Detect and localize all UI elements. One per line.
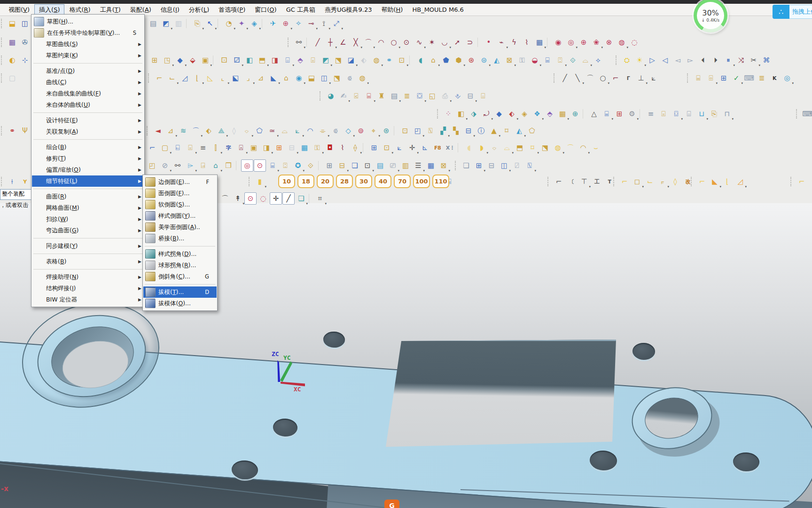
toolbar-icon[interactable]: ⤨ — [735, 54, 747, 66]
toolbar-icon[interactable]: ⊓▾ — [721, 108, 733, 120]
standard-value-button[interactable]: 10 — [278, 175, 295, 188]
toolbar-grip[interactable] — [288, 38, 290, 47]
toolbar-icon[interactable]: ✂▾ — [748, 54, 760, 66]
toolbar-icon[interactable]: ◫▾ — [498, 159, 510, 172]
toolbar-icon[interactable]: ✛ — [270, 192, 282, 205]
toolbar-icon[interactable]: ⌒ — [219, 192, 231, 205]
toolbar-icon[interactable]: ✛▾ — [406, 142, 418, 154]
toolbar-icon[interactable]: ⌻ — [657, 108, 670, 120]
toolbar-icon[interactable]: ▦▾ — [533, 36, 546, 48]
dropdown-caret-icon[interactable]: ▾ — [360, 151, 362, 155]
toolbar-icon[interactable]: ⊕▾ — [280, 17, 292, 30]
toolbar-icon[interactable]: • — [483, 36, 495, 48]
toolbar-icon[interactable]: ◈▾ — [248, 17, 260, 30]
toolbar-grip[interactable] — [320, 91, 322, 101]
toolbar-grip[interactable] — [691, 177, 694, 186]
menubar-item[interactable]: 分析(L) — [184, 4, 214, 16]
standard-value-button[interactable]: 18 — [297, 175, 314, 188]
toolbar-icon[interactable]: ⍁ — [511, 159, 523, 172]
menubar-item[interactable]: HB_MOULD M6.6 — [407, 5, 468, 15]
toolbar-icon[interactable]: ⌐ — [553, 175, 565, 188]
dropdown-caret-icon[interactable]: ▾ — [792, 82, 794, 85]
toolbar-icon[interactable]: ⟀▾ — [291, 125, 304, 137]
toolbar-icon[interactable]: ⊡▾ — [361, 159, 374, 172]
toolbar-icon[interactable]: ⬒ — [514, 142, 526, 154]
toolbar-icon[interactable]: ⬓ — [6, 17, 18, 30]
toolbar-grip[interactable] — [796, 109, 799, 119]
toolbar-icon[interactable]: ⬖▾ — [506, 108, 518, 120]
toolbar-icon[interactable]: ☰▾ — [412, 159, 424, 172]
toolbar-icon[interactable]: ⌐ — [696, 175, 708, 188]
toolbar-icon[interactable]: ⌂ — [280, 72, 292, 84]
standard-value-button[interactable]: 28 — [336, 175, 353, 188]
toolbar-icon[interactable]: Γ — [622, 72, 634, 84]
submenu-item[interactable]: 球形拐角(R)... — [143, 260, 217, 271]
toolbar-icon[interactable]: ⌘ — [760, 54, 773, 66]
toolbar-icon[interactable]: ⌑▾ — [526, 142, 539, 154]
toolbar-icon[interactable]: ▥ — [399, 159, 412, 172]
toolbar-grip[interactable] — [148, 73, 151, 83]
toolbar-icon[interactable]: ◣▾ — [267, 72, 280, 84]
toolbar-icon[interactable]: ≣ — [401, 90, 413, 102]
submenu-item[interactable]: 拔模(T)...D — [143, 286, 217, 298]
toolbar-icon[interactable]: ◠ — [375, 36, 387, 48]
toolbar-grip[interactable] — [1, 19, 4, 28]
toolbar-icon[interactable]: ⊡ — [399, 125, 411, 137]
toolbar-grip[interactable] — [1, 177, 4, 186]
dropdown-caret-icon[interactable]: ▾ — [341, 27, 343, 31]
toolbar-grip[interactable] — [790, 177, 793, 186]
toolbar-grip[interactable] — [554, 73, 556, 83]
toolbar-icon[interactable]: ⟐ — [304, 159, 317, 172]
toolbar-icon[interactable]: ◠▾ — [577, 142, 589, 154]
insert-menu-item[interactable]: 关联复制(A)▶ — [32, 126, 144, 137]
toolbar-icon[interactable]: ⬘ — [294, 54, 306, 66]
toolbar-grip[interactable] — [1, 38, 4, 47]
insert-menu-item[interactable]: 来自曲线集的曲线(F)▶ — [32, 88, 144, 99]
toolbar-icon[interactable]: ⬕ — [229, 72, 242, 84]
toolbar-icon[interactable]: ◍▾ — [356, 72, 368, 84]
toolbar-icon[interactable]: ⌒ — [564, 142, 577, 154]
toolbar-icon[interactable]: ◁ — [659, 54, 671, 66]
toolbar-icon[interactable]: ◍▾ — [370, 54, 383, 66]
toolbar-icon[interactable]: ⊃ — [464, 36, 476, 48]
dropdown-caret-icon[interactable]: ▾ — [304, 46, 305, 49]
toolbar-icon[interactable]: ⌸ — [692, 72, 704, 84]
toolbar-icon[interactable]: ⚭ — [383, 54, 395, 66]
toolbar-icon[interactable]: ⊟▾ — [286, 142, 298, 154]
dropdown-caret-icon[interactable]: ▾ — [534, 169, 536, 173]
toolbar-icon[interactable]: ◘ — [324, 142, 336, 154]
toolbar-icon[interactable]: ⊟ — [485, 159, 498, 172]
menubar-item[interactable]: 格式(R) — [64, 4, 95, 16]
submenu-item[interactable]: 桥接(B)... — [143, 233, 217, 244]
toolbar-icon[interactable]: ⟊ — [6, 175, 18, 188]
toolbar-icon[interactable]: ⊠▾ — [437, 159, 450, 172]
menubar-item[interactable]: GC 工具箱 — [281, 4, 320, 16]
toolbar-icon[interactable]: ⊕ — [578, 36, 590, 48]
toolbar-icon[interactable]: ⌨ — [743, 72, 755, 84]
toolbar-icon[interactable]: ⍈ — [197, 159, 209, 172]
toolbar-icon[interactable]: ⫿▾ — [210, 142, 222, 154]
toolbar-icon[interactable]: ⌹▾ — [705, 72, 717, 84]
toolbar-icon[interactable]: ◔▾ — [223, 17, 235, 30]
dropdown-caret-icon[interactable]: ▾ — [637, 118, 639, 121]
toolbar-icon[interactable]: ⊞ — [368, 142, 380, 154]
upload-button[interactable]: ∴ 拖拽上传 — [773, 5, 812, 19]
toolbar-icon[interactable]: ✦▾ — [235, 17, 248, 30]
toolbar-icon[interactable]: ◍▾ — [616, 36, 628, 48]
toolbar-icon[interactable]: ⚭ — [6, 125, 18, 137]
toolbar-icon[interactable]: ▦ — [298, 142, 311, 154]
toolbar-icon[interactable]: ✓▾ — [730, 72, 742, 84]
toolbar-icon[interactable]: ⌻▾ — [184, 142, 196, 154]
dropdown-caret-icon[interactable]: ▾ — [215, 27, 217, 31]
toolbar-icon[interactable]: ⏴ — [697, 54, 709, 66]
toolbar-icon[interactable]: ⬙ — [187, 54, 199, 66]
toolbar-icon[interactable]: ◠ — [304, 125, 316, 137]
toolbar-icon[interactable]: ⌺ — [477, 90, 489, 102]
toolbar-icon[interactable]: ⌣ — [590, 142, 602, 154]
dropdown-caret-icon[interactable]: ▾ — [448, 169, 450, 173]
toolbar-icon[interactable]: ¬▾ — [808, 175, 812, 188]
toolbar-icon[interactable]: ⚀ — [218, 54, 230, 66]
toolbar-icon[interactable]: ╱ — [559, 72, 571, 84]
toolbar-icon[interactable]: ⊠▾ — [503, 54, 515, 66]
toolbar-icon[interactable]: ▢▾ — [159, 142, 171, 154]
